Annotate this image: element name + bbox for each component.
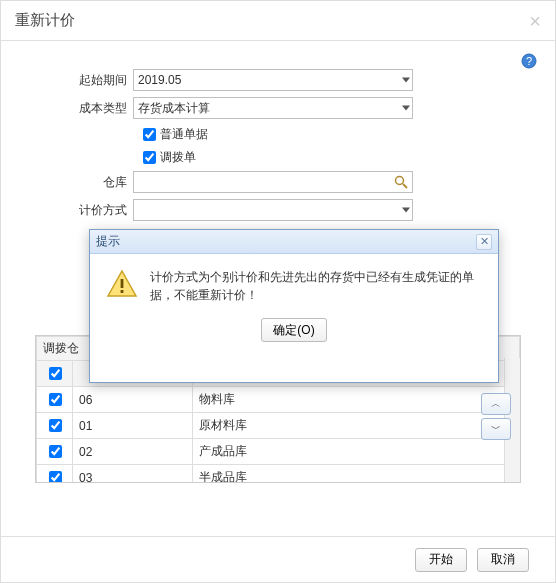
row-code: 02 (73, 439, 193, 465)
alert-title: 提示 (96, 233, 120, 250)
row-name: 半成品库 (193, 465, 520, 484)
svg-line-3 (403, 184, 407, 188)
dialog-footer: 开始 取消 (1, 536, 555, 582)
chevron-down-icon (402, 106, 410, 111)
recalc-price-dialog: 重新计价 × ? 起始期间 2019.05 成本类型 存货成本计算 普通单据 (0, 0, 556, 583)
start-button[interactable]: 开始 (415, 548, 467, 572)
search-icon[interactable] (393, 174, 409, 193)
select-all-checkbox[interactable] (49, 367, 62, 380)
alert-header: 提示 ✕ (90, 230, 498, 254)
table-row[interactable]: 02产成品库 (37, 439, 520, 465)
start-date-label: 起始期间 (41, 72, 133, 89)
normal-doc-checkbox[interactable] (143, 128, 156, 141)
row-checkbox[interactable] (49, 393, 62, 406)
cancel-button[interactable]: 取消 (477, 548, 529, 572)
reorder-buttons: ︿ ﹀ (481, 393, 511, 440)
valuation-combo[interactable] (133, 199, 413, 221)
alert-message: 计价方式为个别计价和先进先出的存货中已经有生成凭证的单据，不能重新计价！ (150, 268, 482, 304)
transfer-doc-checkbox[interactable] (143, 151, 156, 164)
warehouse-label: 仓库 (41, 174, 133, 191)
start-date-combo[interactable]: 2019.05 (133, 69, 413, 91)
row-checkbox[interactable] (49, 471, 62, 483)
alert-body: 计价方式为个别计价和先进先出的存货中已经有生成凭证的单据，不能重新计价！ (90, 254, 498, 304)
row-name: 物料库 (193, 387, 520, 413)
alert-dialog: 提示 ✕ 计价方式为个别计价和先进先出的存货中已经有生成凭证的单据，不能重新计价… (89, 229, 499, 383)
alert-ok-button[interactable]: 确定(O) (261, 318, 327, 342)
chevron-down-icon (402, 208, 410, 213)
move-up-button[interactable]: ︿ (481, 393, 511, 415)
alert-close-icon[interactable]: ✕ (476, 234, 492, 250)
chevron-down-icon (402, 78, 410, 83)
move-down-button[interactable]: ﹀ (481, 418, 511, 440)
close-icon[interactable]: × (529, 11, 541, 31)
cost-type-label: 成本类型 (41, 100, 133, 117)
normal-doc-label: 普通单据 (160, 126, 208, 143)
row-code: 06 (73, 387, 193, 413)
row-checkbox[interactable] (49, 445, 62, 458)
table-row[interactable]: 03半成品库 (37, 465, 520, 484)
table-row[interactable]: 01原材料库 (37, 413, 520, 439)
warehouse-lookup[interactable] (133, 171, 413, 193)
warning-icon (106, 268, 138, 304)
svg-text:?: ? (526, 55, 532, 67)
transfer-doc-label: 调拨单 (160, 149, 196, 166)
start-date-value: 2019.05 (138, 73, 181, 87)
svg-point-2 (396, 177, 404, 185)
dialog-title: 重新计价 (15, 11, 75, 30)
cost-type-combo[interactable]: 存货成本计算 (133, 97, 413, 119)
row-checkbox[interactable] (49, 419, 62, 432)
cost-type-value: 存货成本计算 (138, 100, 210, 117)
svg-rect-5 (121, 279, 124, 288)
dialog-header: 重新计价 × (1, 1, 555, 41)
table-row[interactable]: 06物料库 (37, 387, 520, 413)
row-name: 原材料库 (193, 413, 520, 439)
row-code: 03 (73, 465, 193, 484)
row-name: 产成品库 (193, 439, 520, 465)
help-icon[interactable]: ? (521, 53, 537, 69)
row-code: 01 (73, 413, 193, 439)
valuation-label: 计价方式 (41, 202, 133, 219)
svg-rect-6 (121, 290, 124, 293)
